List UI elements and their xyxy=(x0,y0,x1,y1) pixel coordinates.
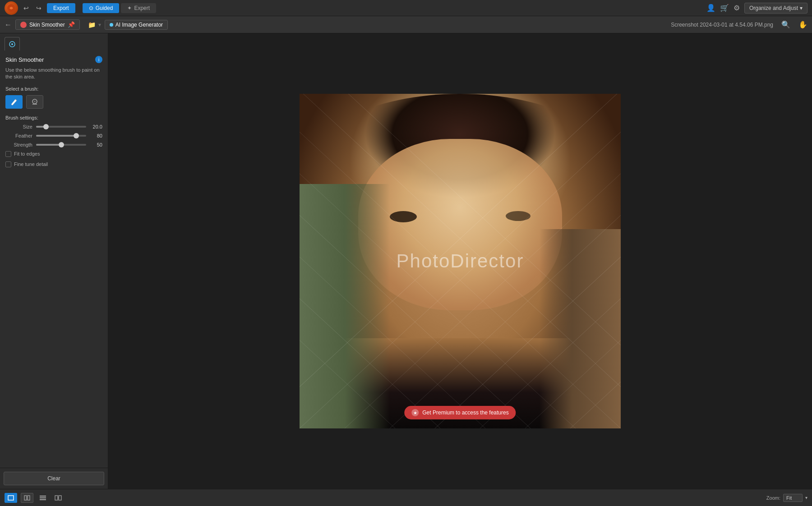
expert-mode-tab[interactable]: ✦ Expert xyxy=(121,3,156,13)
feather-label: Feather xyxy=(5,133,32,138)
pin-icon[interactable]: 📌 xyxy=(68,21,75,28)
guided-icon: ⊙ xyxy=(89,5,93,11)
export-button[interactable]: Export xyxy=(47,3,75,13)
settings-icon[interactable]: ⚙ xyxy=(734,4,740,12)
panel-tab-row xyxy=(0,33,108,51)
fine-tune-row: Fine tune detail xyxy=(5,161,102,167)
list-view-button[interactable] xyxy=(37,493,49,503)
select-brush-label: Select a brush: xyxy=(5,86,102,92)
close-panel-button[interactable] xyxy=(20,22,27,28)
panel-title-bar: Skin Smoother 📌 xyxy=(15,19,80,30)
main-content: Skin Smoother i Use the below smoothing … xyxy=(0,33,812,489)
canvas-area[interactable]: PhotoDirector ★ Get Premium to access th… xyxy=(108,33,812,489)
size-slider[interactable] xyxy=(36,126,86,128)
svg-line-15 xyxy=(300,94,621,428)
svg-line-19 xyxy=(300,94,440,428)
app-logo xyxy=(5,1,18,15)
ai-dot-icon xyxy=(110,23,113,27)
size-label: Size xyxy=(5,124,32,129)
bottom-bar: Zoom: Fit 25% 50% 100% 200% ▾ xyxy=(0,489,812,506)
svg-point-4 xyxy=(34,101,36,102)
strength-label: Strength xyxy=(5,142,32,147)
erase-brush-button[interactable] xyxy=(26,95,43,109)
mode-tabs: ⊙ Guided ✦ Expert xyxy=(83,3,156,13)
feather-value: 80 xyxy=(89,133,102,138)
premium-icon: ★ xyxy=(411,409,419,416)
expert-icon: ✦ xyxy=(127,5,132,11)
svg-rect-28 xyxy=(59,496,61,500)
fit-to-edges-checkbox[interactable] xyxy=(5,151,11,157)
compare-button[interactable] xyxy=(52,493,64,503)
second-bar: ← Skin Smoother 📌 📁 ▾ AI Image Generator… xyxy=(0,16,812,33)
fit-to-edges-label: Fit to edges xyxy=(14,151,40,156)
skin-smoother-tab[interactable] xyxy=(5,37,20,51)
redo-button[interactable]: ↪ xyxy=(34,4,43,13)
section-title-text: Skin Smoother xyxy=(5,56,44,63)
fit-to-edges-row: Fit to edges xyxy=(5,151,102,157)
filename: Screenshot 2024-03-01 at 4.54.06 PM.png xyxy=(671,22,773,28)
premium-label: Get Premium to access the features xyxy=(422,409,508,416)
svg-rect-25 xyxy=(40,497,46,498)
hand-tool-icon[interactable]: ✋ xyxy=(798,20,807,29)
file-nav: 📁 ▾ xyxy=(88,21,101,28)
svg-rect-24 xyxy=(40,496,46,497)
svg-line-20 xyxy=(300,94,395,428)
panel-bottom: Clear xyxy=(0,468,108,489)
svg-rect-26 xyxy=(40,499,46,500)
svg-line-6 xyxy=(300,94,621,428)
chevron-down-icon: ▾ xyxy=(800,5,803,11)
file-open-button[interactable]: 📁 xyxy=(88,21,96,28)
svg-line-10 xyxy=(480,94,621,428)
panel-content: Skin Smoother i Use the below smoothing … xyxy=(0,51,108,468)
brush-settings-label: Brush settings: xyxy=(5,115,102,120)
zoom-chevron-icon: ▾ xyxy=(805,495,807,500)
svg-line-13 xyxy=(300,94,621,428)
single-view-button[interactable] xyxy=(5,493,17,503)
top-bar: ↩ ↪ Export ⊙ Guided ✦ Expert 👤 🛒 ⚙ Organ… xyxy=(0,0,812,16)
svg-rect-22 xyxy=(24,496,27,500)
svg-line-5 xyxy=(300,94,621,428)
zoom-label: Zoom: xyxy=(766,495,780,501)
top-bar-right: 👤 🛒 ⚙ Organize and Adjust ▾ xyxy=(706,3,807,14)
ai-tag-label: AI Image Generator xyxy=(115,22,163,28)
organize-button[interactable]: Organize and Adjust ▾ xyxy=(744,3,807,14)
strength-slider-row: Strength 50 xyxy=(5,142,102,147)
ai-image-generator-tag[interactable]: AI Image Generator xyxy=(105,20,168,30)
canvas-container: PhotoDirector ★ Get Premium to access th… xyxy=(300,94,621,428)
brush-options xyxy=(5,95,102,109)
premium-banner[interactable]: ★ Get Premium to access the features xyxy=(404,406,516,419)
split-view-button[interactable] xyxy=(21,493,33,503)
back-button[interactable]: ← xyxy=(5,21,12,29)
strength-value: 50 xyxy=(89,142,102,147)
paint-brush-button[interactable] xyxy=(5,95,23,109)
svg-line-9 xyxy=(435,94,621,428)
fine-tune-label: Fine tune detail xyxy=(14,161,48,167)
feather-slider-row: Feather 80 xyxy=(5,133,102,138)
strength-slider[interactable] xyxy=(36,144,86,146)
svg-rect-23 xyxy=(28,496,30,500)
undo-button[interactable]: ↩ xyxy=(22,4,31,13)
panel-description: Use the below smoothing brush to paint o… xyxy=(5,67,102,81)
search-icon[interactable]: 🔍 xyxy=(781,20,790,29)
clear-button[interactable]: Clear xyxy=(4,472,104,485)
svg-rect-21 xyxy=(8,496,14,500)
section-title: Skin Smoother i xyxy=(5,56,102,63)
panel-title: Skin Smoother xyxy=(29,22,65,28)
svg-line-18 xyxy=(300,94,485,428)
cart-icon[interactable]: 🛒 xyxy=(720,4,729,12)
zoom-control: Zoom: Fit 25% 50% 100% 200% ▾ xyxy=(766,494,807,502)
info-button[interactable]: i xyxy=(95,56,102,63)
file-chevron-icon: ▾ xyxy=(98,22,101,28)
svg-line-14 xyxy=(300,94,621,428)
left-panel: Skin Smoother i Use the below smoothing … xyxy=(0,33,108,489)
feather-slider[interactable] xyxy=(36,135,86,137)
zoom-select[interactable]: Fit 25% 50% 100% 200% xyxy=(783,494,803,502)
svg-point-2 xyxy=(11,43,13,45)
guided-mode-tab[interactable]: ⊙ Guided xyxy=(83,3,120,13)
fine-tune-checkbox[interactable] xyxy=(5,161,11,167)
svg-line-12 xyxy=(570,94,621,428)
svg-rect-27 xyxy=(55,496,58,500)
account-icon[interactable]: 👤 xyxy=(706,4,715,12)
svg-line-11 xyxy=(525,94,621,428)
svg-line-8 xyxy=(390,94,621,428)
